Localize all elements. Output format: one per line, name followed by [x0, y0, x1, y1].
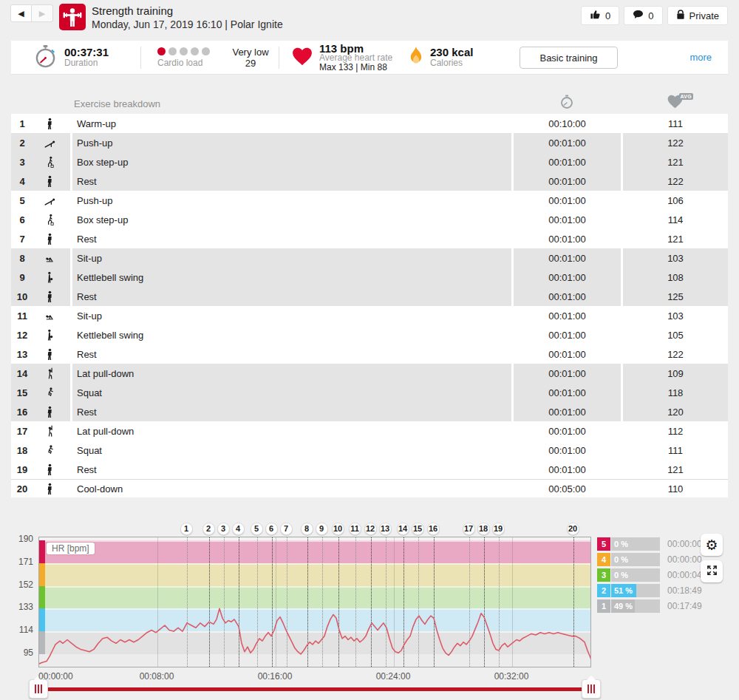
- time-range-scrollbar[interactable]: [38, 687, 591, 691]
- table-row: 1 Warm-up 00:10:00 111: [11, 114, 728, 133]
- table-row: 12 Kettlebell swing 00:01:00 105: [11, 325, 728, 344]
- x-axis-tick: 00:16:00: [245, 671, 304, 682]
- exercise-avg-hr: 118: [623, 383, 728, 402]
- phase-marker-number: 7: [280, 523, 293, 535]
- cardio-load-label: Cardio load: [157, 58, 210, 68]
- privacy-button[interactable]: Private: [667, 6, 728, 25]
- exercise-table-body: 1 Warm-up 00:10:00 111 2 Push-up 00:01:0…: [11, 114, 728, 497]
- previous-session-button[interactable]: ◀: [10, 4, 32, 22]
- zone-number-swatch: 4: [597, 553, 610, 566]
- exercise-duration: 00:01:00: [514, 383, 621, 402]
- x-axis-tick: 00:00:00: [38, 671, 73, 682]
- exercise-duration: 00:10:00: [514, 114, 621, 133]
- phase-marker-number: 14: [397, 523, 409, 535]
- table-row: 20 Cool-down 00:05:00 110: [11, 479, 728, 497]
- exercise-number: 20: [11, 483, 33, 495]
- more-link[interactable]: more: [689, 52, 712, 63]
- box-step-up-icon: [37, 156, 62, 169]
- range-handle-right[interactable]: [582, 679, 601, 699]
- calories-label: Calories: [430, 58, 473, 68]
- phase-marker-number: 10: [332, 523, 344, 535]
- sit-up-icon: [37, 310, 62, 322]
- range-handle-left[interactable]: [29, 679, 48, 699]
- phase-marker-number: 2: [202, 523, 215, 535]
- exercise-number: 5: [11, 195, 33, 206]
- hr-line: [39, 608, 591, 664]
- flame-icon: [409, 47, 423, 69]
- exercise-name: Kettlebell swing: [72, 268, 511, 287]
- exercise-number: 18: [11, 445, 33, 456]
- exercise-name: Sit-up: [72, 248, 511, 268]
- cardio-load-dot: [191, 47, 199, 55]
- comment-button[interactable]: 0: [624, 6, 662, 25]
- avg-hr-label: Average heart rate: [319, 53, 392, 63]
- exercise-duration: 00:01:00: [514, 191, 621, 210]
- exercise-avg-hr: 103: [623, 248, 728, 268]
- exercise-number: 12: [11, 330, 33, 341]
- exercise-number: 2: [11, 137, 33, 149]
- lock-icon: [676, 10, 685, 22]
- exercise-duration: 00:01:00: [514, 248, 621, 268]
- exercise-number: 6: [11, 214, 33, 225]
- heart-rate-stat: 113 bpm Average heart rate Max 133 | Min…: [292, 41, 392, 75]
- zone-legend-row: 4 0 % 00:00:00: [597, 553, 702, 566]
- hr-zone-legend: 5 0 % 00:00:00 4 0 % 00:00:00 3 0 % 00:0…: [597, 537, 702, 615]
- table-row: 3 Box step-up 00:01:00 121: [11, 152, 728, 171]
- y-axis-tick: 95: [11, 648, 33, 658]
- exercise-number: 7: [11, 234, 33, 245]
- phase-marker-number: 5: [251, 523, 263, 535]
- exercise-number: 14: [11, 368, 33, 379]
- x-axis-tick: 00:24:00: [364, 671, 423, 682]
- exercise-avg-hr: 109: [623, 364, 728, 383]
- zone-time-label: 00:00:00: [667, 537, 702, 551]
- table-row: 15 Squat 00:01:00 118: [11, 383, 728, 402]
- exercise-duration: 00:01:00: [514, 460, 621, 479]
- avg-hr-value: 113 bpm: [319, 44, 392, 53]
- exercise-name: Rest: [72, 171, 511, 191]
- exercise-duration: 00:01:00: [514, 171, 621, 191]
- cardio-load-level-text: Very low: [232, 47, 268, 58]
- chart-settings-button[interactable]: ⚙: [701, 534, 723, 556]
- exercise-avg-hr: 121: [623, 460, 728, 479]
- exercise-avg-hr: 121: [623, 229, 728, 248]
- phase-marker-number: 9: [316, 523, 328, 535]
- cardio-load-value: 29: [245, 58, 256, 69]
- calories-value: 230 kcal: [430, 47, 473, 58]
- exercise-duration: 00:01:00: [514, 210, 621, 229]
- push-up-icon: [37, 194, 62, 207]
- zone-time-label: 00:17:49: [667, 599, 702, 613]
- cardio-load-dot: [202, 47, 210, 55]
- heart-rate-chart: HR [bpm] 5 0 % 00:00:00 4 0 % 00:00:00 3…: [11, 517, 728, 700]
- kettlebell-swing-icon: [37, 329, 62, 341]
- exercise-name: Push-up: [72, 191, 511, 210]
- cardio-load-dot: [180, 47, 188, 55]
- exercise-number: 16: [11, 407, 33, 418]
- table-row: 9 Kettlebell swing 00:01:00 108: [11, 268, 728, 287]
- exercise-name: Rest: [72, 402, 511, 421]
- squat-icon: [37, 444, 62, 457]
- exercise-breakdown-title: Exercise breakdown: [74, 98, 160, 109]
- zone-number-swatch: 2: [597, 584, 610, 597]
- heart-icon: [292, 47, 313, 68]
- exercise-name: Lat pull-down: [72, 364, 511, 383]
- duration-value: 00:37:31: [64, 47, 109, 58]
- zone-time-label: 00:00:04: [667, 568, 702, 582]
- divider: [279, 47, 279, 69]
- x-axis-tick: 00:08:00: [127, 671, 186, 682]
- duration-column-stopwatch-icon: [552, 95, 582, 112]
- like-button[interactable]: 0: [581, 6, 619, 25]
- exercise-avg-hr: 108: [623, 268, 728, 287]
- chart-expand-button[interactable]: [701, 560, 723, 582]
- next-session-button[interactable]: ▶: [32, 4, 53, 22]
- exercise-number: 1: [11, 118, 33, 129]
- zone-percent-label: 0 %: [614, 553, 628, 566]
- phase-marker-number: 3: [217, 523, 230, 535]
- cardio-load-dot-active: [157, 47, 166, 55]
- training-benefit-button[interactable]: Basic training: [520, 47, 618, 69]
- gear-icon: ⚙: [705, 537, 718, 554]
- phase-marker-number: 1: [180, 523, 193, 535]
- phase-marker-number: 20: [567, 523, 579, 535]
- zone-number-swatch: 1: [597, 599, 610, 613]
- zone-percent-label: 0 %: [614, 537, 628, 551]
- cardio-load-dot: [168, 47, 177, 55]
